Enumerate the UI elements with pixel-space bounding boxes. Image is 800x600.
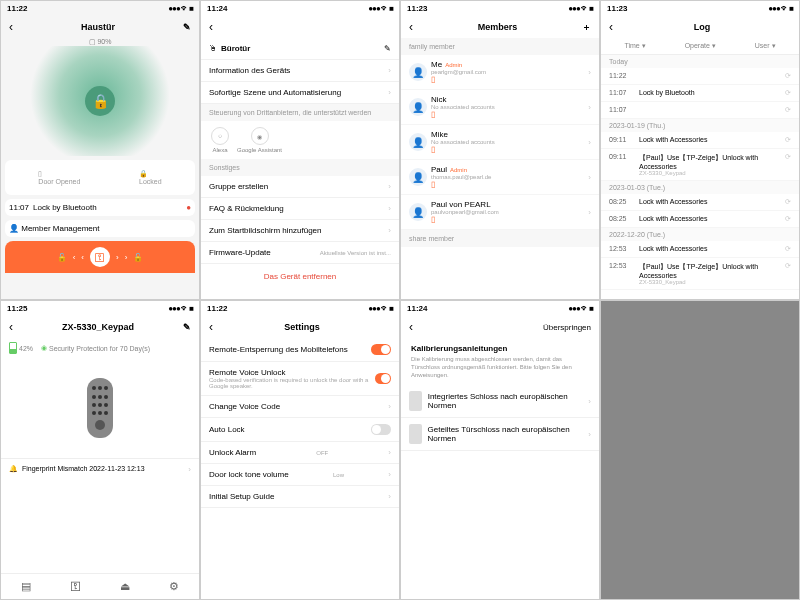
screen-log: 11:23●●● ᯤ ■ ‹Log Time ▾ Operate ▾ User … xyxy=(600,0,800,300)
screen-device-settings: 11:24●●● ᯤ ■ ‹ 🖱Bürotür✎ Information des… xyxy=(200,0,400,300)
device-info[interactable]: Information des Geräts› xyxy=(201,60,399,82)
avatar-icon: 👤 xyxy=(409,133,427,151)
edit-icon[interactable]: ✎ xyxy=(183,322,191,332)
calibration-heading: Kalibrierungsanleitungen xyxy=(411,344,589,353)
screen-calibration: 11:24●●● ᯤ ■ ‹Überspringen Kalibrierungs… xyxy=(400,300,600,600)
header: ‹ Haustür ✎ xyxy=(1,16,199,38)
toggle[interactable] xyxy=(371,424,391,435)
member-row[interactable]: 👤MeAdminpearlgm@gmail.com▯› xyxy=(401,55,599,90)
calib-option-split[interactable]: Geteiltes Türschloss nach europäischen N… xyxy=(401,418,599,451)
door-locked[interactable]: 🔒Locked xyxy=(139,170,162,185)
alexa-button[interactable]: ○Alexa xyxy=(211,127,229,153)
member-row[interactable]: 👤Paul von PEARLpaulvonpearl@gmail.com▯› xyxy=(401,195,599,230)
log-row[interactable]: 12:53Lock with Accessories⟳ xyxy=(601,241,799,258)
section-header: Sonstiges xyxy=(201,159,399,176)
status-bar: 11:22●●● ᯤ ■ xyxy=(1,1,199,16)
member-mgmt-row[interactable]: 👤 Member Management xyxy=(5,220,195,237)
member-row[interactable]: 👤NickNo associated accounts▯› xyxy=(401,90,599,125)
battery-row: 42% ◉ Security Protection for 70 Day(s) xyxy=(1,338,199,358)
section-header: Steuerung von Drittanbietern, die unters… xyxy=(201,104,399,121)
screen-members: 11:23●●● ᯤ ■ ‹Members＋ family member 👤Me… xyxy=(400,0,600,300)
log-row[interactable]: 11:07⟳ xyxy=(601,102,799,119)
door-opened[interactable]: ▯Door Opened xyxy=(38,170,80,185)
page-title: ZX-5330_Keypad xyxy=(13,322,183,332)
log-row[interactable]: 11:22⟳ xyxy=(601,68,799,85)
bell-icon: 🔔 xyxy=(9,465,18,474)
screen-keypad: 11:25●●● ᯤ ■ ‹ZX-5330_Keypad✎ 42% ◉ Secu… xyxy=(0,300,200,600)
log-row[interactable]: 08:25Lock with Accessories⟳ xyxy=(601,194,799,211)
back-icon[interactable]: ‹ xyxy=(409,320,413,334)
scene-automation[interactable]: Sofortige Szene und Automatisierung› xyxy=(201,82,399,104)
tab-settings-icon[interactable]: ⚙ xyxy=(169,580,179,593)
lock-visual[interactable]: 🔒 xyxy=(1,46,199,156)
screen-lock-main: 11:22●●● ᯤ ■ ‹ Haustür ✎ ▢ 90% 🔒 ▯Door O… xyxy=(0,0,200,300)
filter-time[interactable]: Time ▾ xyxy=(624,42,645,50)
toggle[interactable] xyxy=(371,344,391,355)
remove-device-button[interactable]: Das Gerät entfernen xyxy=(201,264,399,289)
mouse-icon: 🖱 xyxy=(209,44,217,53)
settings-row[interactable]: Door lock tone volumeLow › xyxy=(201,464,399,486)
faq[interactable]: FAQ & Rückmeldung› xyxy=(201,198,399,220)
settings-row[interactable]: Change Voice Code› xyxy=(201,396,399,418)
firmware[interactable]: Firmware-UpdateAktuellste Version ist in… xyxy=(201,242,399,264)
lock-icon: 🔒 xyxy=(85,86,115,116)
edit-icon[interactable]: ✎ xyxy=(183,22,191,32)
add-home[interactable]: Zum Startbildschirm hinzufügen› xyxy=(201,220,399,242)
lock-type-icon xyxy=(409,391,422,411)
page-title: Settings xyxy=(213,322,391,332)
section-header: family member xyxy=(401,38,599,55)
avatar-icon: 👤 xyxy=(409,63,427,81)
tab-key-icon[interactable]: ⚿ xyxy=(70,580,81,593)
device-row[interactable]: 🖱Bürotür✎ xyxy=(201,38,399,60)
screen-settings: 11:22●●● ᯤ ■ ‹Settings Remote-Entsperrun… xyxy=(200,300,400,600)
back-icon[interactable]: ‹ xyxy=(209,20,213,34)
page-title: Members xyxy=(413,22,582,32)
tab-log-icon[interactable]: ▤ xyxy=(21,580,31,593)
settings-row[interactable]: Remote-Entsperrung des Mobiltelefons xyxy=(201,338,399,362)
log-row[interactable]: 11:07Lock by Bluetooth⟳ xyxy=(601,85,799,102)
member-row[interactable]: 👤PaulAdminthomas.paul@pearl.de▯› xyxy=(401,160,599,195)
key-icon: ⚿ xyxy=(90,247,110,267)
create-group[interactable]: Gruppe erstellen› xyxy=(201,176,399,198)
calibration-desc: Die Kalibrierung muss abgeschlossen werd… xyxy=(411,356,589,379)
tab-bar: ▤ ⚿ ⏏ ⚙ xyxy=(1,573,199,599)
avatar-icon: 👤 xyxy=(409,203,427,221)
page-title: Haustür xyxy=(13,22,183,32)
log-row[interactable]: 09:11【Paul】Use【TP-Zeige】Unlock with Acce… xyxy=(601,149,799,181)
status-card: ▯Door Opened 🔒Locked xyxy=(5,160,195,195)
page-title: Log xyxy=(613,22,791,32)
day-label: 2022-12-20 (Tue.) xyxy=(601,228,799,241)
unlock-icon: 🔓 xyxy=(57,253,67,262)
google-button[interactable]: ◉Google Assistant xyxy=(237,127,282,153)
tab-exit-icon[interactable]: ⏏ xyxy=(120,580,130,593)
log-row[interactable]: 11:07Lock by Bluetooth● xyxy=(5,199,195,216)
filter-operate[interactable]: Operate ▾ xyxy=(685,42,716,50)
settings-row[interactable]: Auto Lock xyxy=(201,418,399,442)
section-header: share member xyxy=(401,230,599,247)
add-icon[interactable]: ＋ xyxy=(582,21,591,34)
day-label: 2023-01-19 (Thu.) xyxy=(601,119,799,132)
log-row[interactable]: 09:11Lock with Accessories⟳ xyxy=(601,132,799,149)
day-label: 2023-01-03 (Tue.) xyxy=(601,181,799,194)
event-row[interactable]: 🔔Fingerprint Mismatch 2022-11-23 12:13› xyxy=(1,458,199,480)
avatar-icon: 👤 xyxy=(409,98,427,116)
edit-icon[interactable]: ✎ xyxy=(384,44,391,53)
assistants: ○Alexa ◉Google Assistant xyxy=(201,121,399,159)
log-row[interactable]: 12:53【Paul】Use【TP-Zeige】Unlock with Acce… xyxy=(601,258,799,290)
filter-user[interactable]: User ▾ xyxy=(755,42,776,50)
settings-row[interactable]: Initial Setup Guide› xyxy=(201,486,399,508)
log-filters: Time ▾ Operate ▾ User ▾ xyxy=(601,38,799,55)
settings-row[interactable]: Unlock AlarmOFF › xyxy=(201,442,399,464)
avatar-icon: 👤 xyxy=(409,168,427,186)
log-row[interactable]: 08:25Lock with Accessories⟳ xyxy=(601,211,799,228)
calib-option-integrated[interactable]: Integriertes Schloss nach europäischen N… xyxy=(401,385,599,418)
unlock-slider[interactable]: 🔓‹‹⚿››🔓 xyxy=(5,241,195,273)
member-row[interactable]: 👤MikeNo associated accounts▯› xyxy=(401,125,599,160)
toggle[interactable] xyxy=(375,373,391,384)
skip-button[interactable]: Überspringen xyxy=(543,323,591,332)
empty-slot xyxy=(600,300,800,600)
unlock-icon: 🔓 xyxy=(133,253,143,262)
keypad-visual xyxy=(87,378,113,438)
lock-type-icon xyxy=(409,424,422,444)
settings-row[interactable]: Remote Voice UnlockCode-based verificati… xyxy=(201,362,399,396)
